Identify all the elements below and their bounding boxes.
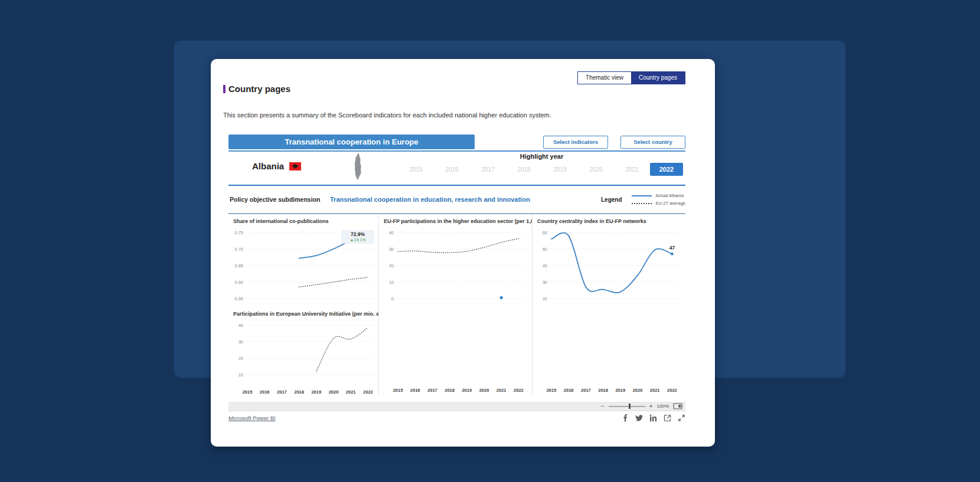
linkedin-icon[interactable]: [649, 414, 657, 422]
svg-text:2019: 2019: [311, 389, 321, 395]
svg-text:2021: 2021: [650, 388, 660, 393]
svg-text:2018: 2018: [445, 388, 455, 393]
svg-text:2016: 2016: [410, 388, 420, 393]
solid-line-swatch: [632, 195, 652, 196]
facebook-icon[interactable]: [621, 414, 629, 422]
svg-text:2017: 2017: [277, 389, 287, 395]
policy-subdimension-label: Policy objective subdimension: [230, 196, 330, 203]
social-icons: [621, 414, 685, 422]
svg-text:10: 10: [389, 280, 394, 285]
zoom-out-button[interactable]: −: [601, 404, 605, 409]
chart-legend: Legend Actual AlbaniaEU-27 average: [601, 193, 685, 206]
powerbi-link[interactable]: Microsoft Power BI: [228, 415, 276, 421]
legend-item-label: EU-27 average: [656, 201, 685, 206]
svg-text:0.55: 0.55: [234, 296, 243, 301]
svg-text:2016: 2016: [564, 388, 574, 393]
chart-block: EU-FP participations in the higher educa…: [379, 214, 532, 307]
svg-text:2019: 2019: [615, 388, 625, 393]
svg-text:0: 0: [391, 296, 394, 301]
chart-plot: 0.750.700.650.600.5572.9%▲19.1%: [228, 224, 377, 304]
policy-row: Policy objective subdimension Transnatio…: [228, 186, 685, 213]
svg-text:40: 40: [389, 230, 394, 235]
country-row: Albania Highlight year 20152016201720182…: [228, 152, 685, 185]
svg-text:30: 30: [543, 280, 547, 285]
title-accent-bar: [223, 85, 226, 93]
svg-text:0.60: 0.60: [234, 280, 243, 285]
year-option-2021[interactable]: 2021: [614, 166, 650, 173]
svg-text:72.9%: 72.9%: [351, 231, 365, 237]
charts-grid: Share of international co-publications0.…: [228, 213, 685, 395]
zoom-slider[interactable]: [609, 406, 645, 407]
year-option-2015[interactable]: 2015: [398, 166, 434, 173]
page-title-row: Country pages: [223, 84, 715, 94]
chart-plot: 605040302047: [533, 224, 681, 304]
albania-map-silhouette: [351, 152, 365, 182]
tab-country-pages[interactable]: Country pages: [631, 72, 685, 84]
chart-column-3: Country centrality index in EU-FP networ…: [532, 214, 685, 395]
banner-row: Transnational cooperation in Europe Sele…: [228, 135, 685, 149]
highlight-year-control: Highlight year 2015201620172018201920202…: [398, 153, 685, 176]
svg-text:2022: 2022: [667, 388, 677, 393]
highlight-year-label: Highlight year: [398, 153, 685, 160]
svg-text:2021: 2021: [496, 388, 507, 393]
chart-column-2: EU-FP participations in the higher educa…: [378, 214, 532, 395]
zoom-slider-thumb[interactable]: [629, 404, 631, 409]
powerbi-embed: Transnational cooperation in Europe Sele…: [228, 135, 685, 424]
zoom-in-button[interactable]: +: [649, 404, 653, 409]
legend-title: Legend: [601, 196, 622, 203]
svg-text:2020: 2020: [329, 389, 339, 395]
year-option-2018[interactable]: 2018: [506, 166, 542, 173]
legend-items: Actual AlbaniaEU-27 average: [632, 193, 685, 206]
dashboard-card: Thematic view Country pages Country page…: [211, 59, 715, 447]
year-option-2016[interactable]: 2016: [434, 166, 470, 173]
svg-text:2019: 2019: [462, 388, 472, 393]
year-selector: 20152016201720182019202020212022: [398, 163, 685, 176]
tab-thematic-view[interactable]: Thematic view: [578, 72, 631, 84]
share-icon[interactable]: [664, 414, 671, 422]
chart-plot: 403020100: [379, 224, 528, 304]
section-banner: Transnational cooperation in Europe: [228, 135, 475, 149]
zoom-level: 100%: [657, 404, 669, 409]
svg-text:10: 10: [239, 372, 243, 378]
legend-item: EU-27 average: [632, 201, 685, 206]
svg-text:2018: 2018: [598, 388, 608, 393]
albania-flag-icon: [289, 162, 301, 170]
zoom-toolbar: − + 100%: [228, 402, 685, 411]
policy-subdimension-value[interactable]: Transnational cooperation in education, …: [330, 196, 530, 203]
svg-text:2016: 2016: [260, 389, 270, 395]
svg-text:0.65: 0.65: [234, 263, 243, 268]
x-axis-years: 20152016201720182019202020212022: [379, 386, 528, 395]
chart-title: Share of international co-publications: [233, 218, 378, 224]
svg-text:2018: 2018: [294, 389, 304, 395]
svg-text:2020: 2020: [479, 388, 489, 393]
svg-text:60: 60: [543, 230, 547, 235]
svg-text:2022: 2022: [514, 388, 524, 393]
select-indicators-button[interactable]: Select indicators: [543, 136, 608, 149]
svg-text:▲19.1%: ▲19.1%: [350, 238, 366, 242]
year-option-2020[interactable]: 2020: [578, 166, 614, 173]
svg-text:2022: 2022: [363, 389, 373, 395]
country-name: Albania: [252, 161, 284, 171]
fit-to-page-icon[interactable]: [673, 403, 682, 409]
svg-text:30: 30: [239, 339, 243, 345]
chart-title: Country centrality index in EU-FP networ…: [537, 218, 685, 224]
svg-text:20: 20: [389, 263, 394, 268]
chart-block: Participations in European University In…: [228, 307, 378, 388]
select-country-button[interactable]: Select country: [620, 136, 685, 149]
x-axis-years: 20152016201720182019202020212022: [533, 386, 681, 395]
svg-text:2015: 2015: [243, 389, 253, 395]
svg-text:2015: 2015: [547, 388, 557, 393]
svg-text:20: 20: [543, 296, 547, 301]
year-selected-2022[interactable]: 2022: [650, 163, 683, 176]
dotted-line-swatch: [632, 203, 652, 204]
chart-block: Country centrality index in EU-FP networ…: [533, 214, 685, 307]
country-header: Albania: [252, 161, 301, 171]
year-option-2019[interactable]: 2019: [542, 166, 578, 173]
svg-text:50: 50: [543, 247, 547, 252]
twitter-icon[interactable]: [635, 414, 643, 422]
year-option-2017[interactable]: 2017: [470, 166, 506, 173]
fullscreen-icon[interactable]: [678, 414, 685, 422]
svg-text:40: 40: [239, 323, 243, 328]
chart-block: Share of international co-publications0.…: [228, 214, 378, 307]
svg-text:2021: 2021: [346, 389, 356, 395]
